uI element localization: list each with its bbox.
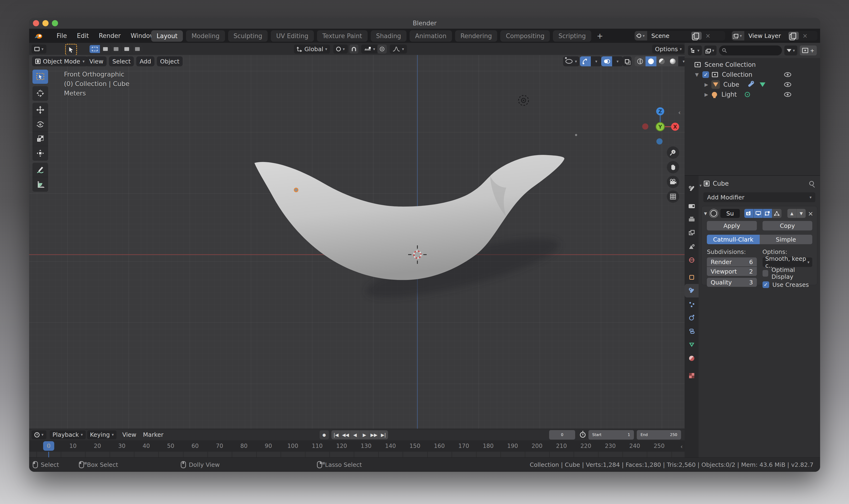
modifier-move-down-button[interactable]: ▼ <box>797 209 806 218</box>
view-layer-browse-dropdown[interactable]: ▾ <box>732 31 744 40</box>
collection-checkbox[interactable]: ✓ <box>702 71 709 78</box>
end-frame-field[interactable]: End 250 <box>637 430 681 439</box>
workspace-tab-shading[interactable]: Shading <box>371 30 407 42</box>
view-layer-selector[interactable]: ▾ View Layer × <box>732 31 817 40</box>
select-mode-extend-button[interactable] <box>100 45 111 53</box>
modifier-delete-button[interactable]: × <box>808 210 815 217</box>
shading-solid-button[interactable] <box>646 56 656 66</box>
gizmo-minus-x-axis[interactable] <box>642 123 648 129</box>
view-layer-name[interactable]: View Layer <box>744 33 788 39</box>
outliner-row-collection[interactable]: ▼ ✓ Collection <box>685 70 820 79</box>
select-mode-invert-button[interactable] <box>122 45 132 53</box>
timeline-editor-type-dropdown[interactable]: ▾ <box>32 430 47 439</box>
mode-dropdown[interactable]: Object Mode ▾ <box>32 56 88 66</box>
object-visibility-dropdown[interactable]: ▾ <box>563 56 579 66</box>
render-subdivisions-field[interactable]: Render 6 <box>707 257 757 267</box>
tool-measure[interactable] <box>33 177 48 192</box>
editor-type-dropdown[interactable]: ▾ <box>32 44 47 54</box>
timeline-view-menu[interactable]: View <box>122 431 136 438</box>
tool-annotate[interactable] <box>33 163 48 177</box>
modifier-name-field[interactable]: Su <box>720 209 740 218</box>
pan-view-button[interactable] <box>667 161 679 173</box>
breadcrumb-object-name[interactable]: Cube <box>713 180 729 187</box>
viewport-menu-add[interactable]: Add <box>136 56 154 66</box>
properties-tab-physics[interactable] <box>685 311 699 324</box>
options-dropdown[interactable]: Options ▾ <box>652 44 685 54</box>
workspace-tab-animation[interactable]: Animation <box>410 30 452 42</box>
hide-eye-icon[interactable] <box>784 82 791 87</box>
select-mode-subtract-button[interactable] <box>111 45 122 53</box>
collapse-triangle-icon[interactable]: ▼ <box>704 211 707 216</box>
snap-toggle-button[interactable] <box>349 44 358 54</box>
workspace-tab-uv-editing[interactable]: UV Editing <box>271 30 314 42</box>
expand-arrow-icon[interactable]: ▶ <box>704 92 708 97</box>
properties-tab-tool[interactable] <box>685 182 699 195</box>
scene-unlink-button[interactable]: × <box>703 32 713 39</box>
scene-selector[interactable]: ▾ Scene × <box>635 31 725 40</box>
select-mode-set-button[interactable] <box>90 45 100 53</box>
workspace-tab-rendering[interactable]: Rendering <box>455 30 498 42</box>
simple-button[interactable]: Simple <box>760 235 813 244</box>
add-workspace-button[interactable]: + <box>594 30 606 42</box>
timeline-marker-menu[interactable]: Marker <box>143 431 163 438</box>
hide-eye-icon[interactable] <box>784 92 791 97</box>
properties-tab-modifiers[interactable] <box>685 284 699 298</box>
properties-tab-data[interactable] <box>685 338 699 352</box>
expand-arrow-icon[interactable]: ▶ <box>704 82 708 87</box>
toggle-ortho-button[interactable] <box>667 191 679 203</box>
apply-button[interactable]: Apply <box>707 221 757 231</box>
viewport-3d[interactable]: Object Mode ▾ ViewSelectAddObject ▾ ▾ ▾ <box>29 55 685 429</box>
workspace-tab-texture-paint[interactable]: Texture Paint <box>317 30 368 42</box>
viewport-subdivisions-field[interactable]: Viewport 2 <box>707 267 757 276</box>
catmull-clark-button[interactable]: Catmull-Clark <box>707 235 760 244</box>
object-origin-dot[interactable] <box>294 188 298 192</box>
workspace-tab-sculpting[interactable]: Sculpting <box>228 30 268 42</box>
properties-tab-material[interactable] <box>685 352 699 365</box>
viewport-menu-select[interactable]: Select <box>109 56 134 66</box>
properties-tab-constraints[interactable] <box>685 324 699 338</box>
stopwatch-icon[interactable] <box>580 432 585 438</box>
workspace-tab-compositing[interactable]: Compositing <box>500 30 550 42</box>
menu-render[interactable]: Render <box>99 32 121 39</box>
modifier-move-up-button[interactable]: ▲ <box>788 209 797 218</box>
workspace-tab-layout[interactable]: Layout <box>151 30 183 42</box>
properties-tab-scene[interactable] <box>685 240 699 253</box>
quality-field[interactable]: Quality 3 <box>707 278 757 287</box>
properties-tab-particles[interactable] <box>685 298 699 311</box>
modifier-editmode-toggle[interactable] <box>763 209 772 218</box>
shading-rendered-button[interactable] <box>667 56 678 66</box>
properties-tab-output[interactable] <box>685 213 699 226</box>
navigation-gizmo[interactable]: Z Y X <box>640 105 685 148</box>
proportional-falloff-dropdown[interactable]: ▾ <box>390 44 407 54</box>
viewport-menu-view[interactable]: View <box>86 56 107 66</box>
view-layer-new-button[interactable] <box>788 32 799 40</box>
overlays-settings-dropdown[interactable]: ▾ <box>612 56 623 66</box>
outliner-row-scene-collection[interactable]: Scene Collection <box>685 60 820 69</box>
outliner-display-mode-dropdown[interactable]: ▾ <box>688 46 702 55</box>
menu-file[interactable]: File <box>57 32 67 39</box>
light-object-widget[interactable] <box>519 95 528 105</box>
jump-to-end-button[interactable]: ▶| <box>379 430 388 439</box>
show-overlays-toggle[interactable] <box>601 56 612 66</box>
workspace-tab-modeling[interactable]: Modeling <box>186 30 225 42</box>
optimal-display-checkbox[interactable] <box>762 270 768 277</box>
uv-smooth-dropdown[interactable]: Smooth, keep c.. ▾ <box>762 257 813 267</box>
xray-toggle[interactable] <box>622 56 632 66</box>
select-mode-intersect-button[interactable] <box>132 45 143 53</box>
gizmo-settings-dropdown[interactable]: ▾ <box>591 56 602 66</box>
outliner-row-light[interactable]: ▶ Light <box>685 90 820 99</box>
outliner-row-cube[interactable]: ▶ Cube <box>685 80 820 89</box>
sidebar-collapse-arrow[interactable]: ‹ <box>678 109 681 116</box>
play-reverse-button[interactable]: ◀ <box>350 430 360 439</box>
tool-transform[interactable] <box>33 146 48 161</box>
shading-material-button[interactable] <box>656 56 667 66</box>
modifier-render-toggle[interactable] <box>744 209 754 218</box>
playback-menu[interactable]: Playback▾ <box>50 430 86 439</box>
tool-move[interactable] <box>33 103 48 117</box>
timeline-ruler[interactable]: 0 01020304050607080901001101201301401501… <box>29 440 685 452</box>
camera-view-button[interactable] <box>667 176 679 188</box>
scene-new-button[interactable] <box>691 32 702 40</box>
active-tool-indicator[interactable] <box>65 44 77 56</box>
properties-tab-view-layer[interactable] <box>685 226 699 240</box>
keying-menu[interactable]: Keying▾ <box>87 430 117 439</box>
